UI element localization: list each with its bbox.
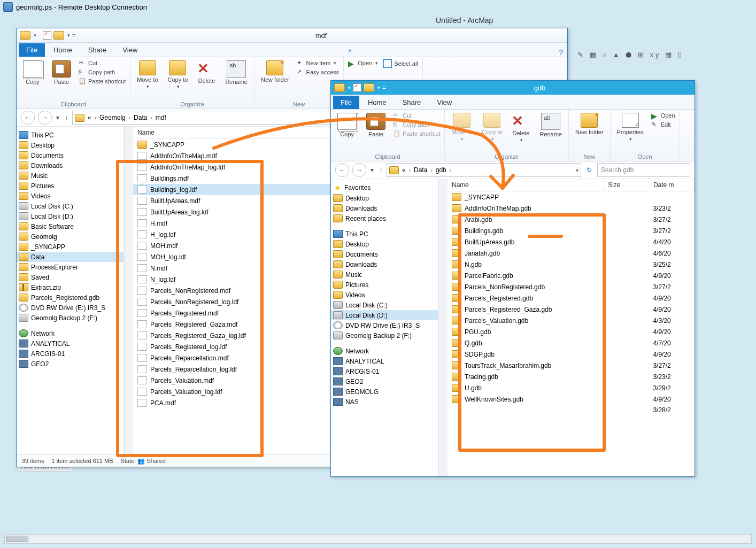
paste-shortcut-button[interactable]: 📋Paste shortcut	[393, 130, 440, 137]
file-row[interactable]: _SYNCAPP	[448, 191, 695, 203]
rename-button[interactable]: Rename	[223, 59, 250, 86]
tree-node[interactable]: Desktop	[331, 239, 438, 249]
tree-node[interactable]: _SYNCAPP	[17, 242, 124, 252]
tree-node[interactable]: Documents	[331, 249, 438, 259]
tree-node[interactable]: Parcels_Registered.gdb	[17, 292, 124, 303]
delete-button[interactable]: ✕Delete	[195, 59, 218, 85]
tab-home[interactable]: Home	[46, 43, 80, 57]
file-row[interactable]: Q.gdb4/7/20	[448, 337, 695, 349]
copy-button[interactable]: Copy	[335, 112, 359, 138]
copy-path-button[interactable]: ⎘Copy path	[393, 121, 440, 128]
file-row[interactable]: Parcels_NonRegistered.gdb3/27/2	[448, 281, 695, 292]
delete-button[interactable]: ✕Delete▾	[510, 112, 532, 144]
col-name[interactable]: Name	[448, 179, 604, 191]
new-folder-button[interactable]: New folder	[573, 112, 606, 136]
tree-node[interactable]: Geomolg	[17, 231, 124, 242]
open-button[interactable]: ▶Open▾	[348, 59, 378, 67]
file-row[interactable]: Parcels_Registered_Gaza.gdb4/9/20	[448, 304, 695, 315]
back-button[interactable]: ←	[21, 111, 35, 125]
file-row[interactable]: N.gdb3/25/2	[448, 259, 695, 270]
tree-node[interactable]: NAS	[331, 397, 438, 407]
tree-node[interactable]: Recent places	[331, 213, 438, 223]
col-size[interactable]: Size	[604, 179, 649, 191]
file-list[interactable]: Name Size Date m _SYNCAPPAddInfoOnTheMap…	[448, 179, 695, 476]
file-row[interactable]: AddInfoOnTheMap.gdb3/23/2	[448, 203, 695, 214]
tree-node[interactable]: GEO2	[17, 359, 124, 369]
tree-node[interactable]: Documents	[17, 150, 124, 160]
tree-node[interactable]: ★Favorites	[331, 182, 438, 193]
cut-button[interactable]: ✂Cut	[393, 112, 440, 119]
back-button[interactable]: ←	[335, 163, 349, 177]
tree-node[interactable]: ANALYTICAL	[17, 338, 124, 349]
tree-node[interactable]: Local Disk (D:)	[331, 310, 438, 320]
copy-path-button[interactable]: ⎘Copy path	[79, 68, 126, 76]
move-to-button[interactable]: Move to▾	[449, 112, 474, 143]
tree-node[interactable]: ARCGIS-01	[17, 349, 124, 359]
up-button[interactable]: ↑	[64, 114, 69, 121]
forward-button[interactable]: →	[38, 111, 52, 125]
paste-button[interactable]: Paste	[364, 112, 388, 138]
tree-node[interactable]: Data	[17, 252, 124, 262]
move-to-button[interactable]: Move to▾	[135, 59, 160, 90]
properties-icon[interactable]	[43, 31, 51, 40]
history-dropdown[interactable]: ▾	[55, 114, 60, 121]
tree-node[interactable]: This PC	[331, 229, 438, 239]
file-row[interactable]: SDGP.gdb4/9/20	[448, 349, 695, 360]
tree-node[interactable]: GEOMOLG	[331, 387, 438, 397]
new-folder-button[interactable]: New folder	[259, 59, 291, 84]
tree-node[interactable]: Pictures	[331, 280, 438, 290]
tab-file[interactable]: File	[19, 43, 45, 57]
nav-tree[interactable]: This PCDesktopDocumentsDownloadsMusicPic…	[17, 127, 124, 454]
tree-scrollbar[interactable]	[124, 127, 133, 454]
tree-node[interactable]: Pictures	[17, 181, 124, 191]
tree-node[interactable]: Desktop	[331, 193, 438, 203]
edit-button[interactable]: ✎Edit	[651, 121, 675, 128]
select-all-button[interactable]: Select all	[383, 59, 418, 68]
rename-button[interactable]: Rename	[537, 112, 564, 138]
paste-button[interactable]: Paste	[50, 59, 73, 86]
tree-node[interactable]: Music	[331, 269, 438, 280]
help-icon[interactable]: ?	[559, 48, 563, 57]
tree-node[interactable]: Saved	[17, 272, 124, 282]
easy-access-button[interactable]: ↗Easy access	[297, 68, 340, 76]
tree-node[interactable]: Local Disk (D:)	[17, 211, 124, 221]
tree-node[interactable]: Music	[17, 171, 124, 181]
tree-node[interactable]: Videos	[331, 290, 438, 300]
tab-view[interactable]: View	[429, 96, 459, 109]
newfolder-icon[interactable]	[364, 83, 374, 92]
tree-node[interactable]: Desktop	[17, 140, 124, 150]
file-row[interactable]: ToursTrack_MasarIbrahim.gdb3/27/2	[448, 360, 695, 371]
tree-scrollbar[interactable]	[438, 179, 448, 476]
copy-button[interactable]: Copy	[21, 59, 44, 86]
tree-node[interactable]: Downloads	[17, 160, 124, 171]
file-row[interactable]: Parcels_Valuation.gdb4/3/20	[448, 315, 695, 326]
new-item-button[interactable]: ✦New item▾	[297, 59, 340, 67]
ribbon-collapse-icon[interactable]: ^	[348, 48, 352, 57]
tree-node[interactable]: DVD RW Drive (E:) IR3_S	[17, 303, 124, 313]
copy-to-button[interactable]: Copy to▾	[165, 59, 190, 90]
tree-node[interactable]: Downloads	[331, 259, 438, 269]
search-input[interactable]: Search gdb	[597, 163, 690, 177]
file-row[interactable]: WellKnownSites.gdb4/9/20	[448, 393, 695, 405]
tab-file[interactable]: File	[333, 96, 359, 109]
properties-button[interactable]: ✓Properties▾	[615, 112, 646, 143]
folder-icon[interactable]	[334, 83, 345, 92]
tab-home[interactable]: Home	[360, 96, 394, 109]
nav-tree[interactable]: ★FavoritesDesktopDownloadsRecent placesT…	[331, 179, 438, 476]
properties-icon[interactable]	[353, 83, 361, 92]
file-row[interactable]: Parcels_Registered.gdb4/9/20	[448, 292, 695, 304]
file-row[interactable]: ParcelFabric.gdb4/9/20	[448, 270, 695, 281]
tree-node[interactable]: Network	[17, 328, 124, 338]
tree-node[interactable]: DVD RW Drive (E:) IR3_S	[331, 320, 438, 330]
tab-share[interactable]: Share	[81, 43, 114, 57]
file-row[interactable]: U.gdb3/29/2	[448, 382, 695, 393]
history-dropdown[interactable]: ▾	[369, 166, 375, 174]
refresh-button[interactable]: ↻	[584, 166, 594, 174]
forward-button[interactable]: →	[352, 163, 366, 177]
tree-node[interactable]: Videos	[17, 191, 124, 201]
file-row[interactable]: BuiltUpAreas.gdb4/4/20	[448, 236, 695, 248]
open-button[interactable]: ▶Open	[651, 112, 675, 119]
file-row[interactable]: Tracing.gdb3/23/2	[448, 371, 695, 382]
tab-share[interactable]: Share	[395, 96, 429, 109]
paste-shortcut-button[interactable]: 📋Paste shortcut	[79, 78, 126, 85]
